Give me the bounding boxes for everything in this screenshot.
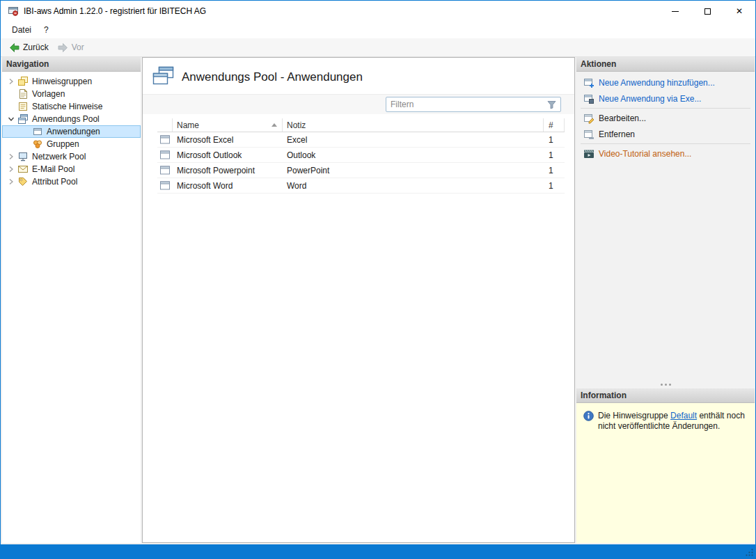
close-button[interactable]: ✕ <box>723 1 755 22</box>
action-remove[interactable]: Entfernen <box>576 126 755 142</box>
maximize-icon <box>704 8 711 15</box>
chevron-collapsed-icon[interactable] <box>8 153 17 160</box>
groups-icon <box>32 139 43 150</box>
right-panel: Aktionen Neue Anwendung hinzufügen... Ne… <box>576 57 755 543</box>
actions-separator <box>581 143 750 144</box>
tree-item-label: Attribut Pool <box>32 177 77 187</box>
back-arrow-icon <box>8 42 20 54</box>
filter-placeholder: Filtern <box>391 100 547 109</box>
cell-name: Microsoft Excel <box>173 135 283 145</box>
attribute-pool-icon <box>17 176 29 187</box>
statusbar <box>1 544 755 558</box>
column-header-icon[interactable] <box>157 118 173 132</box>
application-window-icon <box>160 166 170 175</box>
action-new-application[interactable]: Neue Anwendung hinzufügen... <box>576 74 755 90</box>
app-window: IBI-aws Admin 1.22.0 - registriert für I… <box>0 0 756 559</box>
cell-name: Microsoft Outlook <box>173 150 283 160</box>
action-video-tutorial[interactable]: Video-Tutorial ansehen... <box>576 145 755 162</box>
hint-groups-icon <box>17 76 29 87</box>
chevron-collapsed-icon[interactable] <box>8 178 17 185</box>
navigation-panel: Navigation Hinweisgruppen Vorlagen Stati… <box>2 57 141 543</box>
column-header-notiz[interactable]: Notiz <box>283 118 544 132</box>
actions-area: Neue Anwendung hinzufügen... Neue Anwend… <box>576 72 755 388</box>
tree-item-label: Anwendungen <box>47 127 100 136</box>
tree-item-attribut-pool[interactable]: Attribut Pool <box>2 175 141 188</box>
information-area: Die Hinweisgruppe Default enthält noch n… <box>576 403 755 543</box>
network-pool-icon <box>17 151 29 162</box>
application-window-icon <box>160 181 170 190</box>
edit-icon <box>583 113 594 124</box>
default-group-link[interactable]: Default <box>670 411 697 420</box>
tree-item-email-pool[interactable]: E-Mail Pool <box>2 163 141 175</box>
tree-item-label: Hinweisgruppen <box>32 77 92 86</box>
chevron-collapsed-icon[interactable] <box>8 166 17 173</box>
video-tutorial-icon <box>583 148 594 159</box>
chevron-collapsed-icon[interactable] <box>8 78 17 85</box>
filter-row: Filtern <box>143 94 574 114</box>
applications-icon <box>32 126 43 137</box>
column-header-name[interactable]: Name <box>173 118 283 132</box>
tree-item-label: Gruppen <box>47 139 79 149</box>
main-panel: Anwendungs Pool - Anwendungen Filtern Na… <box>142 57 575 543</box>
window-title: IBI-aws Admin 1.22.0 - registriert für I… <box>24 6 206 16</box>
navigation-tree: Hinweisgruppen Vorlagen Statische Hinwei… <box>2 72 141 188</box>
application-window-icon <box>160 150 170 159</box>
tree-item-statische-hinweise[interactable]: Statische Hinweise <box>2 100 141 113</box>
applications-table: Name Notiz # Microsoft Excel Excel 1 Mic… <box>157 118 565 194</box>
column-header-count[interactable]: # <box>544 118 565 132</box>
panel-splitter[interactable] <box>576 384 755 386</box>
cell-notiz: Word <box>283 181 544 191</box>
action-edit[interactable]: Bearbeiten... <box>576 110 755 126</box>
navigation-header: Navigation <box>2 57 141 72</box>
application-pool-icon <box>17 113 29 125</box>
action-new-application-exe[interactable]: Neue Anwendung via Exe... <box>576 90 755 107</box>
toolbar: Zurück Vor <box>1 38 755 57</box>
resize-grip[interactable] <box>745 548 754 557</box>
cell-notiz: Excel <box>283 135 544 145</box>
remove-icon <box>583 129 594 140</box>
application-window-icon <box>160 135 170 144</box>
tree-item-label: Netzwerk Pool <box>32 152 86 162</box>
actions-separator <box>581 108 750 109</box>
email-pool-icon <box>17 164 29 175</box>
chevron-expanded-icon[interactable] <box>8 116 17 123</box>
tree-item-label: Anwendungs Pool <box>32 114 100 124</box>
minimize-icon <box>672 11 679 12</box>
menubar: Datei ? <box>1 22 755 38</box>
tree-item-label: Statische Hinweise <box>32 102 102 111</box>
info-text-before: Die Hinweisgruppe <box>598 411 670 420</box>
app-icon <box>8 6 19 17</box>
cell-count: 1 <box>544 166 565 175</box>
tree-item-anwendungen[interactable]: Anwendungen <box>2 125 141 138</box>
filter-funnel-icon <box>547 100 556 109</box>
tree-item-netzwerk-pool[interactable]: Netzwerk Pool <box>2 150 141 163</box>
column-header-name-label: Name <box>177 120 199 130</box>
tree-item-hinweisgruppen[interactable]: Hinweisgruppen <box>2 75 141 88</box>
table-row[interactable]: Microsoft Excel Excel 1 <box>157 132 565 148</box>
forward-button[interactable]: Vor <box>54 40 88 55</box>
forward-arrow-icon <box>57 42 69 54</box>
menu-datei[interactable]: Datei <box>6 22 38 38</box>
table-row[interactable]: Microsoft Powerpoint PowerPoint 1 <box>157 163 565 178</box>
cell-notiz: Outlook <box>283 150 544 160</box>
back-button[interactable]: Zurück <box>5 40 52 55</box>
tree-item-anwendungs-pool[interactable]: Anwendungs Pool <box>2 113 141 125</box>
table-row[interactable]: Microsoft Outlook Outlook 1 <box>157 148 565 163</box>
tree-item-gruppen[interactable]: Gruppen <box>2 138 141 150</box>
tree-item-label: E-Mail Pool <box>32 164 74 174</box>
back-label: Zurück <box>23 42 49 52</box>
maximize-button[interactable] <box>691 1 723 22</box>
titlebar[interactable]: IBI-aws Admin 1.22.0 - registriert für I… <box>1 1 755 22</box>
minimize-button[interactable] <box>659 1 691 22</box>
close-icon: ✕ <box>736 7 743 15</box>
menu-help[interactable]: ? <box>38 22 55 38</box>
static-hints-icon <box>17 101 29 112</box>
table-row[interactable]: Microsoft Word Word 1 <box>157 178 565 194</box>
filter-input[interactable]: Filtern <box>386 97 561 112</box>
cell-count: 1 <box>544 150 565 160</box>
sort-ascending-icon <box>271 123 277 127</box>
information-message: Die Hinweisgruppe Default enthält noch n… <box>598 411 748 432</box>
table-header: Name Notiz # <box>157 118 565 132</box>
tree-item-vorlagen[interactable]: Vorlagen <box>2 88 141 100</box>
new-application-exe-icon <box>583 93 594 104</box>
